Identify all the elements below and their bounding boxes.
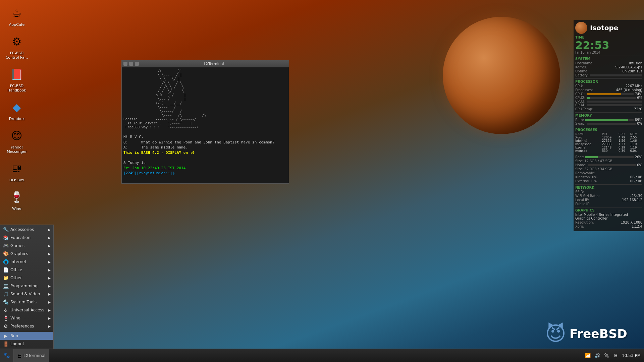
xorg-row: Xorg: 1.12.4 [575,225,642,228]
network-title: NETWORK [575,186,642,189]
menu-item-education[interactable]: 📚 Education ▶ [0,234,53,242]
bsd-devil-icon: 😈 [545,322,566,345]
terminal-output: Hi R V C, Q: What do Winnie the Pooh and… [123,129,287,181]
external-row: External: 0% 0B / 0B [575,179,642,183]
terminal-minimize-btn[interactable] [129,62,133,66]
menu-item-graphics[interactable]: 🎨 Graphics ▶ [0,250,53,258]
removable-header: Removable: [575,171,642,175]
home-label: Home: [575,163,586,167]
planet-decoration [443,17,560,134]
menu-item-games[interactable]: 🎮 Games ▶ [0,242,53,250]
desktop-icon-appcafe[interactable]: ☕ AppCafe [3,3,30,28]
terminal-maximize-btn[interactable] [135,62,139,66]
cpu2-fill [587,97,590,99]
system-title: SYSTEM [575,57,642,61]
isotope-name: Isotope [590,24,618,32]
kingston-row: Kingston: 0% 0B / 0B [575,175,642,179]
menu-item-universal-access[interactable]: ♿ Universal Access ▶ [0,306,53,314]
cpu-label: CPU: [575,84,583,88]
desktop-icon-dosbox[interactable]: 🖳 DOSBox [3,159,30,184]
menu-item-preferences[interactable]: ⚙ Preferences ▶ [0,322,53,330]
divider-2 [575,78,642,79]
dropbox-label: Dropbox [9,117,24,121]
menu-item-internet[interactable]: 🌐 Internet ▶ [0,258,53,266]
menu-separator [0,331,53,331]
tray-display-icon[interactable]: 🖥 [612,352,619,359]
desktop-icon-dropbox[interactable]: ◆ Dropbox [3,98,30,123]
root-disk-row: Root: 26% [575,155,642,159]
cpu3-bar [587,101,642,103]
battery-row: Battery: [575,73,642,77]
desktop-icon-pcbsd-control[interactable]: ⚙ PC-BSDControl Pa... [3,32,30,61]
sound-video-icon: 🎵 [3,291,8,297]
battery-label: Battery: [575,73,589,77]
office-icon: 📄 [3,267,8,273]
sound-video-arrow: ▶ [48,292,51,296]
pcbsd-handbook-icon: 📕 [9,66,25,82]
graphics-section: GRAPHICS Intel Mobile 4 Series Integrate… [575,208,642,228]
divider-5 [575,154,642,154]
process-row: lxpanel121480.391.19 [575,146,642,149]
menu-item-wine[interactable]: 🍷 Wine ▶ [0,314,53,322]
menu-item-other[interactable]: 📁 Other ▶ [0,274,53,282]
root-fill [585,156,598,158]
network-section: NETWORK SSID: WiFi S:N Ratio: -26:-39 Lo… [575,186,642,206]
cpu2-bar [587,97,636,99]
menu-item-logout[interactable]: 🚪 Logout [0,340,53,348]
education-icon: 📚 [3,235,8,240]
cpu2-label: CPU2: [575,96,585,100]
root-size-label: Size: 12.6GB / 47.5GB [575,159,612,163]
process-row: kdeinit4273561.561.46 [575,139,642,142]
xorg-label: Xorg: [575,225,584,228]
terminal-titlebar: LXTerminal [122,60,289,67]
desktop-icon-wine[interactable]: 🍷 Wine [3,187,30,213]
games-label: Games [10,243,24,248]
resolution-value: 1920 X 1080 [621,221,642,224]
local-ip-label: Local IP: [575,198,589,202]
tray-sound-icon[interactable]: 🔊 [594,352,600,359]
menu-item-run[interactable]: ▶ Run [0,332,53,340]
wine-arrow: ▶ [48,316,51,320]
terminal-content[interactable]: /( )` \ \---_ / | \ \ \/ | /\ \ / \ / /\… [122,67,289,183]
graphics-icon: 🎨 [3,251,8,256]
desktop-icon-yahoo[interactable]: 😊 Yahoo!Messenger [3,126,30,156]
home-bar [588,164,636,166]
office-label: Office [10,267,22,272]
terminal-close-btn[interactable] [123,62,127,66]
divider-1 [575,56,642,56]
freebsd-logo: 😈 FreeBSD [545,322,627,345]
terminal-title: LXTerminal [141,62,287,66]
desktop-icon-pcbsd-handbook[interactable]: 📕 PC-BSDHandbook [3,65,30,94]
accessories-arrow: ▶ [48,228,51,232]
system-tools-icon: 🔩 [3,299,8,305]
graphics-card: Intel Mobile 4 Series Integrated Graphic… [575,213,642,220]
divider-7 [575,207,642,207]
system-tools-arrow: ▶ [48,300,51,304]
public-ip-label: Public IP: [575,202,590,206]
swap-value: 0% [637,122,642,125]
menu-item-office[interactable]: 📄 Office ▶ [0,266,53,274]
cpu-speed-row: CPU: 2267 MHz [575,84,642,88]
tray-power-icon[interactable]: 🔌 [603,352,610,359]
isotope-logo [575,22,587,34]
cpu1-fill [587,93,621,95]
ram-value: 89% [635,118,642,122]
menu-item-accessories[interactable]: 🔧 Accessories ▶ [0,226,53,234]
pcbsd-handbook-label: PC-BSDHandbook [7,84,26,93]
accessories-icon: 🔧 [3,227,8,232]
xorg-value: 1.12.4 [632,225,642,228]
isotope-header: Isotope [575,22,642,34]
cpu3-label: CPU3: [575,100,585,103]
taskbar-item-terminal[interactable]: 🖥 LXTerminal [13,349,49,362]
menu-item-system-tools[interactable]: 🔩 System Tools ▶ [0,298,53,306]
menu-item-sound-video[interactable]: 🎵 Sound & Video ▶ [0,290,53,298]
ssid-row: SSID: [575,190,642,194]
processor-title: PROCESSOR [575,80,642,83]
start-button[interactable]: 🐾 [0,349,13,362]
wifi-ratio-row: WiFi S:N Ratio: -26:-39 [575,194,642,198]
resolution-row: Resolution: 1920 X 1080 [575,221,642,224]
uptime-value: 6h 29m 15s [623,69,642,73]
menu-item-programming[interactable]: 💻 Programming ▶ [0,282,53,290]
tray-network-icon[interactable]: 📶 [584,352,591,359]
proc-pid-header: PID [602,132,619,136]
